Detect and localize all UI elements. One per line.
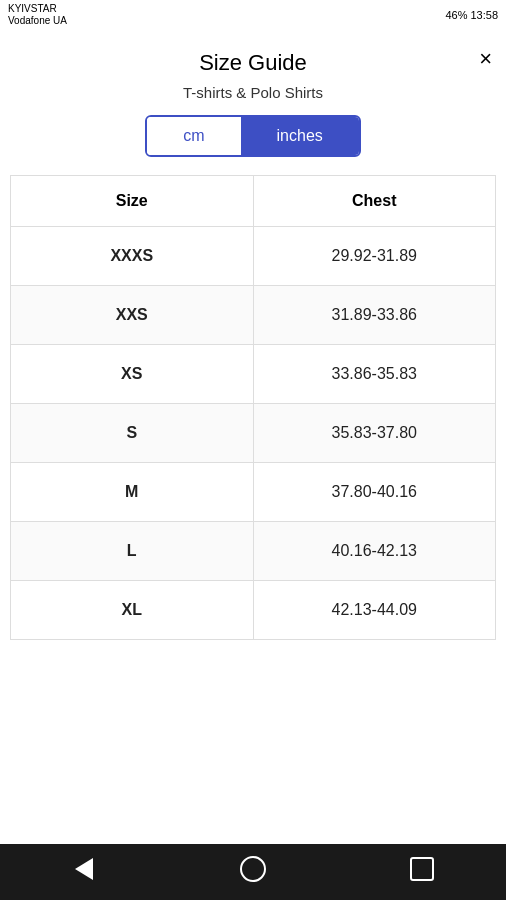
carrier-name: KYIVSTAR	[8, 3, 67, 15]
size-cell: XS	[11, 345, 254, 404]
chest-cell: 40.16-42.13	[253, 522, 496, 581]
table-row: M37.80-40.16	[11, 463, 496, 522]
table-row: XXXS29.92-31.89	[11, 227, 496, 286]
bottom-nav	[0, 844, 506, 900]
inches-toggle-button[interactable]: inches	[241, 117, 359, 155]
chest-cell: 29.92-31.89	[253, 227, 496, 286]
unit-toggle-group: cm inches	[145, 115, 361, 157]
header: Size Guide ×	[0, 40, 506, 84]
table-row: L40.16-42.13	[11, 522, 496, 581]
unit-toggle-container: cm inches	[0, 115, 506, 157]
back-button[interactable]	[64, 852, 104, 892]
home-icon	[240, 856, 266, 888]
close-button[interactable]: ×	[479, 48, 492, 70]
chest-cell: 31.89-33.86	[253, 286, 496, 345]
cm-toggle-button[interactable]: cm	[147, 117, 240, 155]
network-name: Vodafone UA	[8, 15, 67, 27]
chest-column-header: Chest	[253, 176, 496, 227]
size-column-header: Size	[11, 176, 254, 227]
size-table: Size Chest XXXS29.92-31.89XXS31.89-33.86…	[10, 175, 496, 640]
status-right: 46% 13:58	[445, 9, 498, 21]
clock: 13:58	[470, 9, 498, 21]
back-icon	[75, 858, 93, 886]
battery-level: 46%	[445, 9, 467, 21]
table-row: XS33.86-35.83	[11, 345, 496, 404]
size-cell: XXXS	[11, 227, 254, 286]
chest-cell: 37.80-40.16	[253, 463, 496, 522]
size-cell: L	[11, 522, 254, 581]
table-row: XXS31.89-33.86	[11, 286, 496, 345]
chest-cell: 35.83-37.80	[253, 404, 496, 463]
page-title: Size Guide	[40, 50, 466, 76]
chest-cell: 42.13-44.09	[253, 581, 496, 640]
table-row: XL42.13-44.09	[11, 581, 496, 640]
table-row: S35.83-37.80	[11, 404, 496, 463]
size-cell: S	[11, 404, 254, 463]
table-header-row: Size Chest	[11, 176, 496, 227]
main-content: Size Guide × T-shirts & Polo Shirts cm i…	[0, 30, 506, 640]
recent-icon	[410, 857, 434, 887]
recents-button[interactable]	[402, 852, 442, 892]
home-button[interactable]	[233, 852, 273, 892]
size-cell: XXS	[11, 286, 254, 345]
size-cell: M	[11, 463, 254, 522]
status-bar: KYIVSTAR Vodafone UA 46% 13:58	[0, 0, 506, 30]
chest-cell: 33.86-35.83	[253, 345, 496, 404]
carrier-info: KYIVSTAR Vodafone UA	[8, 3, 67, 27]
subtitle: T-shirts & Polo Shirts	[0, 84, 506, 101]
size-cell: XL	[11, 581, 254, 640]
